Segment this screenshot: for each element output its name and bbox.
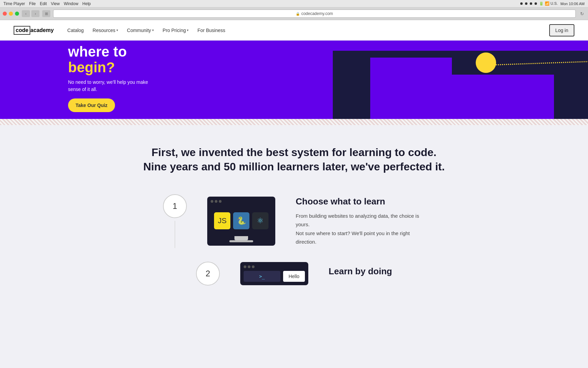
code-body: >_ Hello (244, 271, 305, 282)
main-content: First, we invented the best system for l… (0, 125, 588, 320)
step-1-line (175, 221, 175, 248)
hero-subtitle: No need to worry, we'll help you make se… (68, 79, 148, 93)
monitor-dot-2 (215, 200, 217, 203)
lock-icon: 🔒 (296, 12, 300, 16)
code-dot-2 (248, 265, 250, 268)
hero-graphic (350, 41, 588, 119)
macos-menubar: Time Player File Edit View Window Help ⏺… (0, 0, 588, 7)
hero-title-where: where to (68, 44, 148, 60)
feature-1-title: Choose what to learn (296, 196, 425, 207)
step-1-container: 1 (163, 194, 187, 248)
headline-line2: Nine years and 50 million learners later… (7, 160, 581, 174)
nav-links: Catalog Resources ▾ Community ▾ Pro Pric… (64, 26, 549, 35)
app-name: Time Player (3, 1, 25, 6)
url-text: codecademy.com (301, 11, 333, 16)
headline-section: First, we invented the best system for l… (7, 145, 581, 174)
nav-pro-pricing[interactable]: Pro Pricing ▾ (159, 26, 192, 35)
hero-banner: where to begin? No need to worry, we'll … (0, 41, 588, 119)
traffic-lights (3, 12, 19, 16)
login-button[interactable]: Log in (549, 24, 574, 36)
monitor-illustration: JS 🐍 ⚛ (207, 197, 275, 246)
pattern-strip (0, 119, 588, 125)
menu-help[interactable]: Help (82, 1, 91, 6)
code-output: Hello (283, 271, 305, 282)
navbar: codeacademy Catalog Resources ▾ Communit… (0, 20, 588, 41)
fullscreen-window-button[interactable] (15, 12, 19, 16)
forward-button[interactable]: › (31, 10, 39, 17)
step-2-number: 2 (196, 262, 220, 286)
url-bar[interactable]: 🔒 codecademy.com (53, 10, 576, 18)
feature-2-title: Learn by doing (329, 266, 392, 277)
monitor-dot-1 (211, 200, 213, 203)
browser-chrome: ‹ › ⊞ 🔒 codecademy.com ↻ (0, 7, 588, 20)
code-illustration: >_ Hello (240, 262, 308, 285)
close-window-button[interactable] (3, 12, 7, 16)
nav-resources[interactable]: Resources ▾ (89, 26, 121, 35)
logo[interactable]: codeacademy (14, 26, 54, 35)
yellow-dot (476, 52, 496, 73)
logo-code: code (14, 26, 30, 35)
stair-graphic-2 (452, 75, 554, 119)
headline-line1: First, we invented the best system for l… (7, 145, 581, 160)
back-button[interactable]: ‹ (22, 10, 30, 17)
code-dots (244, 265, 305, 268)
monitor-icons-row: JS 🐍 ⚛ (211, 205, 272, 236)
minimize-window-button[interactable] (9, 12, 13, 16)
take-quiz-button[interactable]: Take Our Quiz (68, 98, 115, 112)
menu-file[interactable]: File (29, 1, 36, 6)
reload-button[interactable]: ↻ (578, 10, 585, 17)
menubar-icons: ⏺ ⏺ ⏺ ⏺ 🔋 📶 U.S. (520, 1, 558, 6)
code-dot-1 (244, 265, 246, 268)
js-icon: JS (214, 212, 230, 229)
menubar-time: Mon 10:06 AM (560, 2, 585, 6)
feature-learn: 2 >_ Hello Learn by doing (141, 262, 447, 286)
hero-content: where to begin? No need to worry, we'll … (0, 41, 148, 119)
nav-for-business[interactable]: For Business (194, 26, 229, 35)
step-1-number: 1 (163, 194, 187, 218)
feature-2-text: Learn by doing (329, 266, 392, 281)
code-terminal: >_ (244, 271, 280, 282)
python-icon: 🐍 (233, 212, 249, 229)
menu-view[interactable]: View (51, 1, 60, 6)
step-2-container: 2 (196, 262, 220, 286)
feature-1-text: Choose what to learn From building websi… (296, 196, 425, 246)
resources-dropdown-arrow: ▾ (116, 28, 118, 32)
monitor-stand (234, 236, 248, 240)
feature-1-desc: From building websites to analyzing data… (296, 212, 425, 246)
monitor-dot-3 (219, 200, 222, 203)
community-dropdown-arrow: ▾ (152, 28, 154, 32)
pro-pricing-dropdown-arrow: ▾ (187, 28, 189, 32)
feature-choose: 1 JS 🐍 ⚛ Choose what to lear (141, 194, 447, 248)
nav-catalog[interactable]: Catalog (64, 26, 87, 35)
nav-community[interactable]: Community ▾ (124, 26, 157, 35)
react-icon: ⚛ (252, 212, 268, 229)
hero-title-begin: begin? (68, 60, 148, 75)
stair-graphic-3 (370, 58, 452, 119)
monitor-dots (211, 200, 272, 203)
tab-view-button[interactable]: ⊞ (42, 10, 50, 17)
menu-window[interactable]: Window (64, 1, 78, 6)
code-dot-3 (252, 265, 255, 268)
menu-edit[interactable]: Edit (40, 1, 47, 6)
monitor-base (229, 240, 253, 242)
website-container: codeacademy Catalog Resources ▾ Communit… (0, 20, 588, 320)
logo-academy: academy (30, 27, 54, 33)
